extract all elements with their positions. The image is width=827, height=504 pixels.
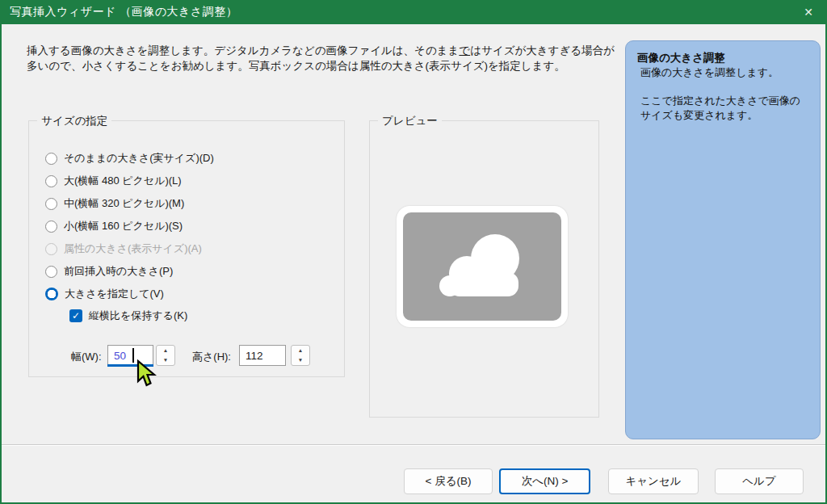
radio-small-160px[interactable]: 小(横幅 160 ピクセル)(S) (45, 215, 214, 237)
spin-down-icon[interactable]: ▼ (292, 355, 309, 365)
size-selection-group: サイズの指定 そのままの大きさ(実サイズ)(D) 大(横幅 480 ピクセル)(… (28, 120, 345, 377)
radio-icon (45, 243, 57, 255)
close-icon[interactable]: ✕ (790, 0, 827, 24)
panel-title: 画像の大きさ調整 (637, 51, 808, 65)
height-spinner: ▲ ▼ (291, 345, 310, 366)
checkbox-checked-icon: ✓ (69, 309, 82, 322)
height-input[interactable] (239, 345, 286, 366)
panel-line2: ここで指定された大きさで画像のサイズも変更されます。 (637, 94, 808, 123)
size-fields-row: 幅(W): ▲ ▼ 高さ(H): ▲ ▼ (29, 345, 344, 366)
back-button[interactable]: < 戻る(B) (404, 468, 493, 494)
radio-icon (45, 198, 57, 210)
radio-last-inserted-size[interactable]: 前回挿入時の大きさ(P) (45, 260, 214, 283)
radio-attribute-size: 属性の大きさ(表示サイズ)(A) (45, 237, 214, 260)
preview-photo-frame (397, 206, 568, 327)
radio-specify-size[interactable]: 大きさを指定して(V) (45, 283, 214, 305)
width-spinner: ▲ ▼ (156, 345, 175, 366)
wizard-description: 挿入する画像の大きさを調整します。デジタルカメラなどの画像ファイルは、そのままで… (27, 43, 621, 74)
window-title: 写真挿入ウィザード （画像の大きさ調整） (0, 5, 237, 19)
radio-large-480px[interactable]: 大(横幅 480 ピクセル)(L) (45, 170, 214, 192)
radio-label: 前回挿入時の大きさ(P) (64, 264, 173, 279)
width-field-label: 幅(W): (71, 350, 102, 364)
title-bar: 写真挿入ウィザード （画像の大きさ調整） ✕ (0, 0, 827, 24)
radio-label: 属性の大きさ(表示サイズ)(A) (64, 242, 202, 256)
height-field-label: 高さ(H): (192, 350, 231, 364)
help-button[interactable]: ヘルプ (715, 468, 804, 494)
size-group-label: サイズの指定 (37, 114, 111, 128)
radio-label: 大きさを指定して(V) (65, 287, 164, 301)
cloud-icon (403, 212, 561, 321)
description-underlined-char: で (459, 44, 470, 57)
next-button[interactable]: 次へ(N) > (499, 468, 590, 494)
radio-label: 大(横幅 480 ピクセル)(L) (64, 174, 182, 188)
spin-up-icon[interactable]: ▲ (157, 346, 174, 355)
radio-medium-320px[interactable]: 中(横幅 320 ピクセル)(M) (45, 192, 214, 215)
preview-group-label: プレビュー (378, 114, 442, 128)
radio-label: 中(横幅 320 ピクセル)(M) (64, 196, 184, 211)
radio-selected-icon (45, 288, 58, 300)
preview-image-placeholder (403, 212, 561, 321)
spin-up-icon[interactable]: ▲ (292, 346, 309, 355)
spin-down-icon[interactable]: ▼ (157, 355, 174, 365)
radio-icon (45, 175, 57, 187)
radio-actual-size[interactable]: そのままの大きさ(実サイズ)(D) (45, 147, 214, 170)
radio-label: そのままの大きさ(実サイズ)(D) (64, 151, 214, 166)
cancel-button[interactable]: キャンセル (608, 468, 699, 494)
radio-icon (45, 266, 57, 278)
panel-line1: 画像の大きさを調整します。 (637, 65, 808, 80)
wizard-step-info-panel: 画像の大きさ調整 画像の大きさを調整します。 ここで指定された大きさで画像のサイ… (625, 40, 821, 439)
checkbox-label: 縦横比を保持する(K) (89, 309, 187, 323)
radio-icon (45, 153, 57, 165)
text-caret (132, 348, 134, 363)
photo-insert-wizard-dialog: 写真挿入ウィザード （画像の大きさ調整） ✕ 挿入する画像の大きさを調整します。… (0, 0, 827, 504)
mouse-cursor-icon (136, 359, 158, 388)
radio-icon (45, 220, 57, 233)
description-part1: 挿入する画像の大きさを調整します。デジタルカメラなどの画像ファイルは、そのまま (27, 44, 459, 57)
footer-separator (2, 444, 825, 446)
keep-aspect-ratio-checkbox[interactable]: ✓ 縦横比を保持する(K) (69, 308, 187, 324)
radio-label: 小(横幅 160 ピクセル)(S) (64, 219, 183, 233)
size-radio-list: そのままの大きさ(実サイズ)(D) 大(横幅 480 ピクセル)(L) 中(横幅… (45, 147, 214, 305)
preview-group: プレビュー (369, 120, 599, 418)
